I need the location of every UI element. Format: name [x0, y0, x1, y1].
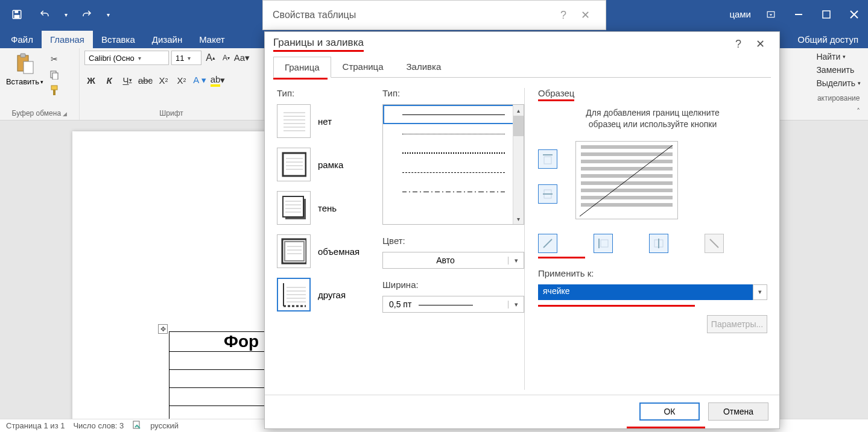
- border-type-none[interactable]: нет: [277, 104, 382, 138]
- preview-hint: Для добавления границ щелкнитеобразец ил…: [538, 107, 767, 130]
- qat-customize-icon[interactable]: ▾: [104, 0, 112, 29]
- paste-icon: [14, 53, 36, 75]
- find-button[interactable]: Найти ▾: [816, 52, 861, 61]
- border-type-3d[interactable]: объемная: [277, 234, 382, 268]
- font-name-combo[interactable]: Calibri (Осно▾: [84, 51, 169, 65]
- svg-rect-44: [544, 157, 551, 164]
- dialog-tabs: Граница Страница Заливка: [265, 56, 779, 77]
- line-style-listbox[interactable]: ▴ ▾: [382, 104, 524, 225]
- color-combo[interactable]: Авто ▾: [382, 252, 524, 269]
- table-cell[interactable]: [169, 370, 266, 388]
- undo-dropdown-icon[interactable]: ▾: [62, 0, 70, 29]
- collapse-ribbon-icon[interactable]: ˄: [852, 105, 864, 117]
- ribbon-display-options-icon[interactable]: [757, 0, 785, 29]
- ok-button[interactable]: ОК: [639, 402, 700, 421]
- border-diag-up-button[interactable]: [538, 234, 557, 253]
- style-label: Тип:: [382, 88, 524, 98]
- line-style-scrollbar[interactable]: ▴ ▾: [513, 105, 524, 224]
- undo-icon[interactable]: [34, 0, 55, 29]
- minimize-icon[interactable]: [785, 0, 813, 29]
- border-type-custom-label: другая: [318, 290, 346, 300]
- border-type-box[interactable]: рамка: [277, 148, 382, 181]
- shrink-font-icon[interactable]: A▾: [220, 51, 233, 64]
- dialog-body: Тип: нет рамка тень: [265, 80, 779, 395]
- apply-to-combo[interactable]: ячейке ▾: [538, 284, 767, 300]
- svg-rect-14: [53, 90, 55, 95]
- cut-icon[interactable]: ✂: [48, 53, 60, 65]
- status-proofing-icon[interactable]: [132, 420, 142, 431]
- redo-icon[interactable]: [76, 0, 98, 29]
- tab-insert[interactable]: Вставка: [93, 31, 144, 48]
- svg-rect-33: [282, 239, 306, 263]
- format-painter-icon[interactable]: [48, 84, 60, 96]
- underline-button[interactable]: Ч ▾: [121, 74, 134, 87]
- status-language[interactable]: русский: [150, 421, 179, 430]
- border-left-button[interactable]: [594, 234, 613, 253]
- color-label: Цвет:: [382, 236, 524, 246]
- line-style-solid[interactable]: [383, 105, 524, 124]
- table-cell[interactable]: [169, 388, 266, 406]
- border-top-button[interactable]: [538, 149, 557, 169]
- status-page[interactable]: Страница 1 из 1: [6, 421, 65, 430]
- preview-bottom-buttons: [538, 234, 767, 253]
- line-style-item[interactable]: [383, 182, 524, 201]
- scroll-up-icon[interactable]: ▴: [513, 105, 524, 116]
- line-style-item[interactable]: [383, 124, 524, 143]
- strike-button[interactable]: abc: [139, 74, 152, 87]
- bg-dialog-help-icon[interactable]: ?: [553, 9, 574, 22]
- font-name-value: Calibri (Осно: [89, 54, 135, 63]
- svg-rect-5: [823, 11, 830, 18]
- replace-button[interactable]: Заменить: [816, 65, 861, 75]
- tab-home[interactable]: Главная: [42, 31, 93, 48]
- bg-dialog-close-icon[interactable]: ✕: [574, 8, 596, 22]
- border-type-custom[interactable]: другая: [277, 278, 382, 311]
- table-cell-heading[interactable]: Фор: [169, 332, 266, 352]
- table-cell[interactable]: [169, 352, 266, 370]
- change-case-icon[interactable]: Aa▾: [235, 51, 249, 64]
- copy-icon[interactable]: [48, 69, 60, 81]
- svg-rect-22: [283, 153, 306, 176]
- select-button[interactable]: Выделить ▾: [816, 78, 861, 88]
- tab-border[interactable]: Граница: [273, 57, 331, 78]
- paste-button[interactable]: Вставить▾: [5, 51, 45, 86]
- dialog-help-icon[interactable]: ?: [727, 38, 749, 51]
- text-effects-icon[interactable]: A ▾: [193, 74, 206, 87]
- status-words[interactable]: Число слов: 3: [73, 421, 124, 430]
- tab-shading[interactable]: Заливка: [395, 56, 453, 77]
- border-type-shadow[interactable]: тень: [277, 191, 382, 225]
- border-middle-h-button[interactable]: [538, 184, 557, 204]
- dialog-close-icon[interactable]: ✕: [749, 37, 771, 51]
- tab-layout[interactable]: Макет: [191, 31, 233, 48]
- tab-file[interactable]: Файл: [2, 31, 42, 48]
- table-move-handle-icon[interactable]: ✥: [158, 324, 168, 334]
- preview-diagram[interactable]: [575, 141, 678, 219]
- border-type-none-icon: [277, 104, 311, 138]
- subscript-button[interactable]: X2: [157, 74, 170, 87]
- share-button[interactable]: Общий доступ: [788, 31, 868, 48]
- bold-button[interactable]: Ж: [84, 74, 98, 87]
- window-controls: цами: [723, 0, 868, 29]
- document-table[interactable]: Фор: [169, 331, 266, 424]
- tab-page-border[interactable]: Страница: [331, 56, 395, 77]
- border-type-custom-icon: [277, 278, 311, 311]
- tab-design[interactable]: Дизайн: [144, 31, 191, 48]
- cancel-button[interactable]: Отмена: [708, 402, 768, 421]
- scroll-thumb[interactable]: [513, 116, 524, 136]
- italic-button[interactable]: К: [103, 74, 116, 87]
- grow-font-icon[interactable]: A▴: [204, 51, 217, 64]
- svg-line-48: [543, 239, 552, 248]
- scroll-down-icon[interactable]: ▾: [513, 213, 524, 224]
- borders-shading-dialog: Границы и заливка ? ✕ Граница Страница З…: [264, 31, 780, 429]
- save-icon[interactable]: [6, 0, 28, 29]
- svg-line-47: [580, 145, 673, 216]
- width-combo[interactable]: 0,5 пт ▾: [382, 296, 524, 313]
- line-style-item[interactable]: [383, 143, 524, 163]
- line-style-item[interactable]: [383, 163, 524, 182]
- close-icon[interactable]: [840, 0, 868, 29]
- border-diag-down-button[interactable]: [705, 234, 724, 253]
- font-size-combo[interactable]: 11▾: [171, 51, 201, 65]
- superscript-button[interactable]: X2: [175, 74, 188, 87]
- border-middle-v-button[interactable]: [649, 234, 668, 253]
- highlight-icon[interactable]: ab▾: [211, 74, 224, 87]
- maximize-icon[interactable]: [813, 0, 840, 29]
